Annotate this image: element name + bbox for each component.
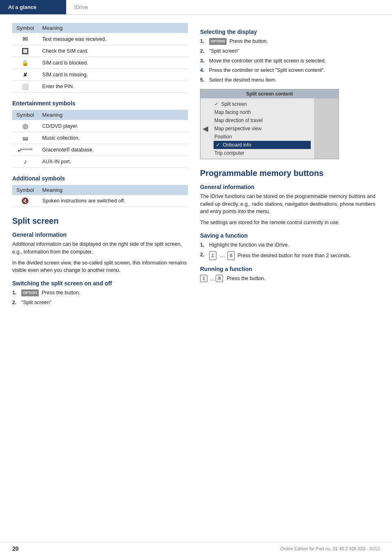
meaning-cd: CD/DVD player.: [38, 120, 188, 132]
step-item: 3. Move the controller until the split s…: [200, 57, 380, 65]
general-info-heading: General information: [200, 184, 380, 190]
mem-btn-1-icon: 1: [209, 251, 216, 260]
step-num: 4.: [200, 67, 207, 74]
split-screen-heading: Split screen: [12, 216, 188, 226]
table-row: Music collection.: [12, 132, 188, 144]
mem-btn-8-icon: 8: [227, 251, 235, 260]
step-text: "Split screen": [21, 299, 51, 307]
split-screen-right-panel: [314, 98, 339, 159]
symbol-simblock: [12, 57, 38, 69]
table2-col1: Symbol: [12, 110, 38, 120]
table-row: AUX-IN port.: [12, 156, 188, 168]
running-function-heading: Running a function: [200, 266, 380, 272]
right-column: Selecting the display 1. OPTION Press th…: [200, 23, 380, 311]
split-screen-menu-list: ✓ Split screen Map facing north Map dire…: [210, 98, 314, 159]
meaning-envelope: Text message was received.: [38, 33, 188, 45]
general-info-body1: The iDrive functions can be stored on th…: [200, 193, 380, 216]
header-section-left: At a glance: [0, 0, 65, 14]
table-row: Enter the PIN.: [12, 81, 188, 93]
table3-col1: Symbol: [12, 185, 38, 195]
switching-steps: 1. OPTION Press the button. 2. "Split sc…: [12, 289, 188, 307]
step-item: 2. "Split screen": [200, 47, 380, 55]
step-item: 4. Press the controller or select "Split…: [200, 67, 380, 74]
table-row: Check the SIM card.: [12, 45, 188, 57]
symbol-spoken: [12, 195, 38, 207]
step-num: 1.: [200, 38, 207, 45]
selecting-display-heading: Selecting the display: [200, 29, 380, 35]
step-text: 1 … 8 Press the desired button for more …: [209, 251, 351, 260]
symbol-simmiss: [12, 69, 38, 81]
step-num: 3.: [200, 57, 207, 65]
running-mem-btn-1-icon: 1: [200, 275, 207, 282]
option-button-icon: OPTION: [209, 38, 227, 45]
step-text: OPTION Press the button.: [209, 38, 268, 45]
left-column: Symbol Meaning Text message was received…: [12, 23, 188, 311]
saving-steps: 1. Highlight the function via the iDrive…: [200, 241, 380, 260]
step-text: "Split screen": [209, 47, 239, 55]
entertainment-symbols-table: Symbol Meaning CD/DVD player. Music coll…: [12, 110, 188, 168]
symbol-pin: [12, 81, 38, 93]
meaning-spoken: Spoken instructions are switched off.: [38, 195, 188, 207]
menu-item-trip-computer: Trip computer: [214, 149, 311, 157]
meaning-simmiss: SIM card is missing.: [38, 69, 188, 81]
table-row: CD/DVD player.: [12, 120, 188, 132]
step-text: OPTION Press the button.: [21, 289, 80, 297]
running-function-text: Press the button.: [227, 276, 265, 281]
page-footer: 20 Online Edition for Part no. 01 40 2 9…: [0, 542, 392, 552]
split-screen-menu-title: Split screen content: [200, 89, 339, 98]
table1-col1: Symbol: [12, 23, 38, 33]
step-num: 2.: [200, 251, 207, 259]
menu-item-split-screen: ✓ Split screen: [214, 100, 311, 108]
running-function-row: 1 … 8 Press the button.: [200, 275, 380, 282]
step-item: 1. OPTION Press the button.: [200, 38, 380, 45]
menu-item-onboard-info: ✓ Onboard info: [214, 141, 311, 149]
step-text: Press the controller or select "Split sc…: [209, 67, 325, 74]
symbol-envelope: [12, 33, 38, 45]
menu-item-map-perspective: Map perspective view: [214, 125, 311, 133]
step-item: 1. Highlight the function via the iDrive…: [200, 241, 380, 249]
split-screen-general-info-heading: General information: [12, 231, 188, 238]
step-text: Select the desired menu item.: [209, 76, 276, 84]
step-num: 1.: [12, 289, 20, 297]
edition-text: Online Edition for Part no. 01 40 2 926 …: [280, 546, 380, 551]
split-screen-body2: In the divided screen view, the so-calle…: [12, 259, 188, 275]
step-text: Move the controller until the split scre…: [209, 57, 326, 65]
option-button-icon: OPTION: [21, 289, 39, 297]
step-num: 1.: [200, 241, 207, 249]
step-item: 2. 1 … 8 Press the desired button for mo…: [200, 251, 380, 260]
step-num: 5.: [200, 76, 207, 84]
table-row: SIM card is blocked.: [12, 57, 188, 69]
table1-col2: Meaning: [38, 23, 188, 33]
sim-symbols-table: Symbol Meaning Text message was received…: [12, 23, 188, 93]
page-header: At a glance iDrive: [0, 0, 392, 15]
table-row: Text message was received.: [12, 33, 188, 45]
symbol-gracenote: ●gracenote: [12, 144, 38, 156]
symbol-music: [12, 132, 38, 144]
split-screen-body1: Additional information can be displayed …: [12, 240, 188, 256]
split-screen-menu-body: ◀ ✓ Split screen Map facing north Map di…: [200, 98, 339, 159]
table-row: SIM card is missing.: [12, 69, 188, 81]
switching-heading: Switching the split screen on and off: [12, 280, 188, 287]
saving-function-heading: Saving a function: [200, 232, 380, 239]
table3-col2: Meaning: [38, 185, 188, 195]
step-num: 2.: [12, 299, 20, 307]
symbol-simcheck: [12, 45, 38, 57]
meaning-simblock: SIM card is blocked.: [38, 57, 188, 69]
menu-item-position: Position: [214, 133, 311, 141]
menu-item-map-north: Map facing north: [214, 108, 311, 116]
step-num: 2.: [200, 47, 207, 55]
header-right-label: iDrive: [74, 4, 88, 10]
step-item: 5. Select the desired menu item.: [200, 76, 380, 84]
entertainment-symbols-heading: Entertainment symbols: [12, 100, 188, 107]
step-text: Highlight the function via the iDrive.: [209, 241, 289, 249]
table-row: ●gracenote Gracenote® database.: [12, 144, 188, 156]
running-mem-btn-8-icon: 8: [216, 275, 223, 282]
meaning-gracenote: Gracenote® database.: [38, 144, 188, 156]
meaning-aux: AUX-IN port.: [38, 156, 188, 168]
selecting-steps: 1. OPTION Press the button. 2. "Split sc…: [200, 38, 380, 84]
header-section-right: iDrive: [65, 0, 96, 14]
table-row: Spoken instructions are switched off.: [12, 195, 188, 207]
step-item: 1. OPTION Press the button.: [12, 289, 188, 297]
additional-symbols-table: Symbol Meaning Spoken instructions are s…: [12, 185, 188, 207]
page-number: 20: [12, 545, 19, 552]
